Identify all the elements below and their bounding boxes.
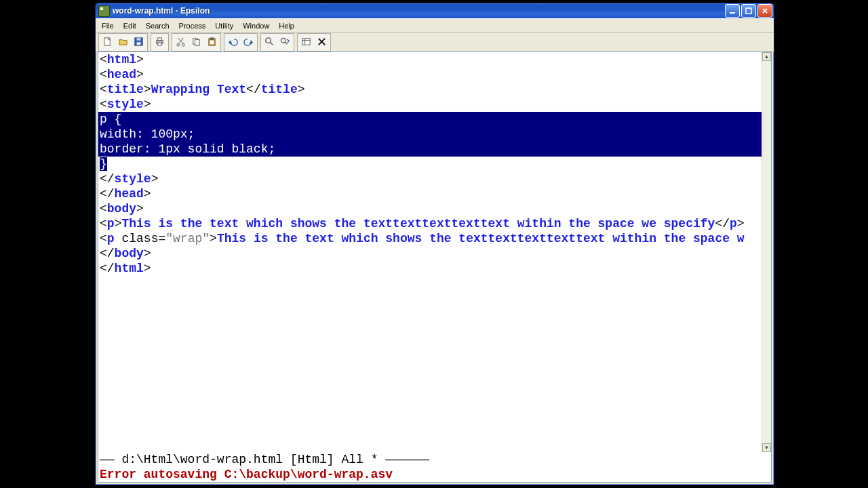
svg-rect-5 bbox=[137, 38, 141, 41]
code-line[interactable]: <style> bbox=[98, 97, 762, 112]
code-line[interactable]: </html> bbox=[98, 261, 762, 276]
code-line[interactable]: border: 1px solid black; bbox=[98, 142, 762, 157]
mode-line-text: d:\Html\word-wrap.html [Html] All * bbox=[121, 453, 378, 466]
svg-point-16 bbox=[266, 38, 271, 43]
close-icon bbox=[317, 37, 327, 48]
cut-icon bbox=[176, 37, 186, 48]
svg-rect-2 bbox=[104, 38, 110, 45]
menu-window[interactable]: Window bbox=[238, 20, 274, 31]
mode-line: —— d:\Html\word-wrap.html [Html] All * —… bbox=[100, 452, 771, 467]
copy-icon bbox=[191, 37, 201, 48]
find-icon bbox=[264, 37, 275, 48]
find-next-icon bbox=[280, 37, 290, 48]
code-line[interactable]: </head> bbox=[98, 186, 762, 201]
code-line[interactable]: </style> bbox=[98, 171, 762, 186]
toolbar-group bbox=[172, 33, 221, 52]
code-line[interactable]: </body> bbox=[98, 246, 762, 261]
code-line[interactable]: <html> bbox=[98, 52, 762, 67]
code-line[interactable]: p { bbox=[98, 112, 762, 127]
print-button[interactable] bbox=[152, 35, 167, 50]
redo-button[interactable] bbox=[241, 35, 256, 50]
svg-rect-4 bbox=[137, 42, 141, 45]
minimize-button[interactable] bbox=[725, 4, 740, 18]
menu-file[interactable]: File bbox=[97, 20, 119, 31]
print-icon bbox=[155, 37, 165, 48]
buffers-icon bbox=[301, 37, 311, 48]
app-icon bbox=[98, 5, 110, 17]
toolbar-group bbox=[98, 33, 148, 52]
find-next-button[interactable] bbox=[277, 35, 293, 50]
svg-point-17 bbox=[281, 38, 285, 43]
find-button[interactable] bbox=[262, 35, 277, 50]
svg-rect-0 bbox=[730, 12, 735, 14]
mode-line-dash: —— bbox=[100, 453, 121, 466]
toolbar-group bbox=[224, 33, 258, 52]
close-button[interactable] bbox=[757, 4, 772, 18]
undo-button[interactable] bbox=[225, 35, 241, 50]
maximize-icon bbox=[745, 7, 752, 14]
close-icon bbox=[762, 7, 768, 14]
status-area: —— d:\Html\word-wrap.html [Html] All * —… bbox=[98, 452, 771, 482]
new-icon bbox=[102, 37, 113, 48]
toolbar-group bbox=[260, 33, 294, 52]
paste-button[interactable] bbox=[204, 35, 220, 50]
screen: word-wrap.html - Epsilon FileEditSearchP… bbox=[0, 0, 868, 488]
svg-rect-1 bbox=[746, 8, 751, 14]
titlebar[interactable]: word-wrap.html - Epsilon bbox=[96, 3, 774, 18]
code-line[interactable]: <body> bbox=[98, 201, 762, 216]
editor-client: <html><head><title>Wrapping Text</title>… bbox=[98, 52, 772, 483]
code-line[interactable]: } bbox=[98, 157, 762, 171]
window-title: word-wrap.html - Epsilon bbox=[113, 6, 725, 16]
redo-icon bbox=[243, 37, 254, 48]
code-editor[interactable]: <html><head><title>Wrapping Text</title>… bbox=[98, 52, 762, 452]
new-button[interactable] bbox=[100, 35, 115, 50]
code-line[interactable]: <head> bbox=[98, 67, 762, 82]
window-controls bbox=[725, 4, 772, 18]
toolbar-group bbox=[151, 33, 169, 52]
svg-rect-18 bbox=[302, 39, 310, 45]
menu-edit[interactable]: Edit bbox=[119, 20, 141, 31]
code-line[interactable]: width: 100px; bbox=[98, 127, 762, 142]
app-window: word-wrap.html - Epsilon FileEditSearchP… bbox=[95, 3, 774, 485]
cut-button[interactable] bbox=[173, 35, 189, 50]
echo-area: Error autosaving C:\backup\word-wrap.asv bbox=[100, 467, 771, 482]
open-icon bbox=[118, 37, 128, 48]
buffers-button[interactable] bbox=[298, 35, 314, 50]
code-line[interactable]: <p>This is the text which shows the text… bbox=[98, 216, 762, 231]
svg-rect-8 bbox=[158, 43, 162, 45]
svg-rect-14 bbox=[211, 38, 214, 40]
svg-rect-7 bbox=[158, 38, 162, 41]
mode-line-dash-tail: —————— bbox=[378, 453, 429, 466]
svg-rect-12 bbox=[195, 40, 200, 45]
copy-button[interactable] bbox=[189, 35, 204, 50]
svg-rect-15 bbox=[210, 41, 214, 45]
undo-icon bbox=[228, 37, 238, 48]
maximize-button[interactable] bbox=[741, 4, 756, 18]
minimize-icon bbox=[729, 7, 736, 14]
scroll-up-button[interactable]: ▲ bbox=[762, 52, 771, 61]
menu-help[interactable]: Help bbox=[274, 20, 299, 31]
save-button[interactable] bbox=[131, 35, 146, 50]
code-line[interactable]: <title>Wrapping Text</title> bbox=[98, 82, 762, 97]
save-icon bbox=[134, 37, 144, 48]
vertical-scrollbar[interactable]: ▲ ▼ bbox=[762, 52, 771, 452]
code-line[interactable]: <p class="wrap">This is the text which s… bbox=[98, 231, 762, 246]
menu-utility[interactable]: Utility bbox=[210, 20, 238, 31]
menu-bar: FileEditSearchProcessUtilityWindowHelp bbox=[96, 18, 774, 33]
toolbar-group bbox=[297, 33, 331, 52]
menu-process[interactable]: Process bbox=[174, 20, 211, 31]
close-button[interactable] bbox=[314, 35, 330, 50]
open-button[interactable] bbox=[115, 35, 131, 50]
scroll-down-button[interactable]: ▼ bbox=[762, 443, 771, 452]
toolbar bbox=[96, 33, 774, 52]
menu-search[interactable]: Search bbox=[141, 20, 174, 31]
paste-icon bbox=[207, 37, 217, 48]
